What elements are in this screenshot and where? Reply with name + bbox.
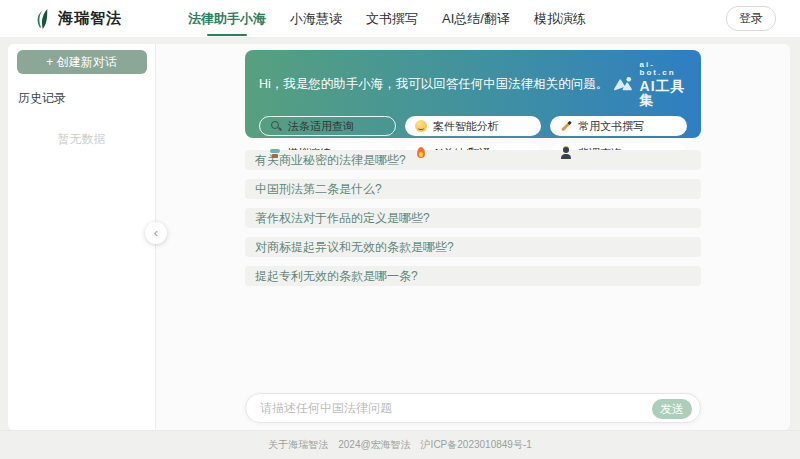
nav-tab[interactable]: 文书撰写	[366, 6, 418, 32]
top-header: 海瑞智法 法律助手小海 小海慧读 文书撰写 AI总结/翻译 模拟演练 登录	[0, 0, 800, 38]
smiley-icon	[415, 120, 427, 132]
sidebar-collapse-button[interactable]: ‹	[145, 222, 167, 244]
suggested-question[interactable]: 中国刑法第二条是什么?	[245, 179, 701, 199]
brand-leaf-icon	[32, 8, 50, 30]
nav-tab[interactable]: 模拟演练	[534, 6, 586, 32]
content-card: + 创建新对话 历史记录 暂无数据 ‹ Hi，我是您的助手小海，我可以回答任何中…	[8, 44, 790, 430]
page-body: + 创建新对话 历史记录 暂无数据 ‹ Hi，我是您的助手小海，我可以回答任何中…	[0, 38, 800, 459]
message-composer: 发送	[245, 393, 701, 423]
suggested-question[interactable]: 提起专利无效的条款是哪一条?	[245, 266, 701, 286]
sidebar: + 创建新对话 历史记录 暂无数据 ‹	[8, 44, 156, 430]
history-label: 历史记录	[18, 90, 155, 107]
footer-about-link[interactable]: 关于海瑞智法	[268, 438, 328, 452]
magnifier-icon	[270, 120, 282, 132]
quick-action-pill[interactable]: 常用文书撰写	[550, 116, 687, 136]
ai-bot-logo-icon	[614, 74, 634, 94]
suggested-question[interactable]: 著作权法对于作品的定义是哪些?	[245, 208, 701, 228]
quick-action-pill[interactable]: 案件智能分析	[405, 116, 542, 136]
watermark-domain: ai-bot.cn	[640, 61, 687, 77]
suggested-question[interactable]: 有关商业秘密的法律是哪些?	[245, 150, 701, 170]
watermark-title: AI工具集	[640, 79, 687, 107]
history-empty-state: 暂无数据	[8, 131, 155, 148]
nav-tab[interactable]: 小海慧读	[290, 6, 342, 32]
pen-icon	[560, 120, 572, 132]
page-footer: 关于海瑞智法 2024@宏海智法 沪ICP备2023010849号-1	[0, 430, 800, 459]
quick-action-pill[interactable]: 法条适用查询	[259, 116, 396, 136]
brand-logo[interactable]: 海瑞智法	[32, 8, 122, 30]
footer-icp-link[interactable]: 沪ICP备2023010849号-1	[421, 438, 532, 452]
detective-icon	[560, 147, 572, 159]
suggested-question[interactable]: 对商标提起异议和无效的条款是哪些?	[245, 237, 701, 257]
gavel-icon	[269, 147, 281, 159]
greeting-text: Hi，我是您的助手小海，我可以回答任何中国法律相关的问题。	[259, 76, 608, 93]
flame-icon	[415, 147, 427, 159]
brand-name: 海瑞智法	[58, 9, 122, 28]
question-input[interactable]	[260, 395, 590, 421]
watermark: ai-bot.cn AI工具集	[614, 61, 687, 107]
send-button[interactable]: 发送	[652, 399, 692, 419]
welcome-banner: Hi，我是您的助手小海，我可以回答任何中国法律相关的问题。 ai-bot.cn …	[245, 50, 701, 138]
main-nav: 法律助手小海 小海慧读 文书撰写 AI总结/翻译 模拟演练	[188, 6, 586, 32]
footer-copyright: 2024@宏海智法	[338, 438, 410, 452]
new-chat-button[interactable]: + 创建新对话	[17, 50, 147, 74]
nav-tab[interactable]: AI总结/翻译	[442, 6, 510, 32]
nav-tab[interactable]: 法律助手小海	[188, 6, 266, 32]
login-button[interactable]: 登录	[726, 6, 776, 31]
suggested-questions: 有关商业秘密的法律是哪些? 中国刑法第二条是什么? 著作权法对于作品的定义是哪些…	[245, 150, 701, 295]
main-area: Hi，我是您的助手小海，我可以回答任何中国法律相关的问题。 ai-bot.cn …	[156, 44, 790, 430]
